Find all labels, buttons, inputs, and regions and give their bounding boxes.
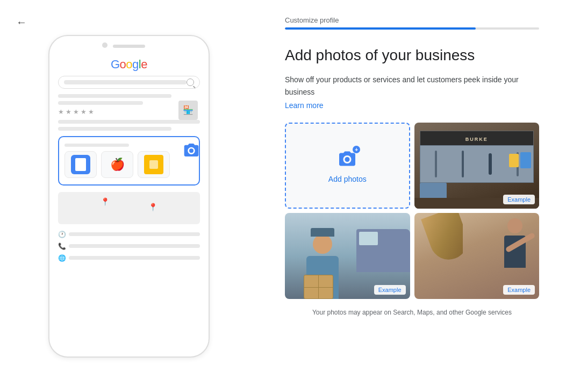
svg-point-2	[345, 157, 350, 162]
phone-card: 🍎	[58, 136, 200, 186]
phone-card-line	[65, 144, 129, 147]
right-panel: Customize profile Add photos of your bus…	[258, 0, 566, 392]
person-hat	[311, 228, 334, 237]
svg-rect-1	[149, 160, 158, 169]
phone-content-line-3	[58, 120, 200, 124]
phone-map: 📍 📍	[58, 192, 200, 224]
add-photos-box[interactable]: + Add photos	[285, 123, 410, 209]
star-5: ★	[88, 108, 94, 116]
phone-search-icon	[187, 79, 194, 86]
phone-icon-box-2: 🍎	[101, 151, 133, 178]
person-head	[313, 234, 332, 254]
van-window	[359, 232, 378, 245]
phone-icon: 📞	[58, 243, 66, 250]
add-photos-label: Add photos	[328, 175, 367, 183]
hairdresser-head	[507, 218, 522, 233]
progress-section: Customize profile	[285, 16, 539, 30]
phone-bottom-lines: 🕐 📞 🌐	[58, 231, 200, 262]
phone-info-line-2	[69, 244, 200, 248]
blue-item	[520, 152, 531, 168]
person-body	[306, 256, 339, 299]
phone-content-line-2	[58, 101, 143, 105]
burke-sign: BURKE	[420, 131, 534, 146]
phone-info-row-1: 🕐	[58, 231, 200, 238]
star-1: ★	[58, 108, 64, 116]
phone-camera-dot	[102, 42, 108, 48]
hair-example-badge: Example	[503, 285, 535, 295]
hair-strand	[421, 213, 463, 265]
star-4: ★	[81, 108, 87, 116]
phone-mockup: Google ★ ★ ★ ★ ★ 🏪	[48, 35, 210, 358]
yellow-item	[509, 154, 519, 167]
progress-bar-fill	[285, 27, 476, 30]
phone-card-icons: 🍎	[65, 151, 194, 178]
phone-store-icon: 🏪	[178, 101, 198, 120]
footer-note: Your photos may appear on Search, Maps, …	[285, 308, 539, 318]
phone-info-row-3: 🌐	[58, 254, 200, 262]
delivery-example-badge: Example	[374, 285, 406, 295]
burke-example-badge: Example	[503, 195, 535, 204]
phone-map-pin-2: 📍	[148, 203, 157, 211]
progress-bar-container	[285, 27, 539, 30]
tool-2	[462, 151, 464, 177]
progress-label: Customize profile	[285, 16, 539, 24]
phone-speaker	[113, 45, 145, 48]
phone-card-camera-icon	[183, 141, 195, 153]
google-logo: Google	[58, 58, 200, 72]
add-photos-camera-icon: +	[336, 148, 358, 169]
doc-icon	[71, 155, 90, 174]
back-button[interactable]: ←	[16, 16, 27, 28]
photo-grid: + Add photos BURKE	[285, 123, 539, 299]
hair-flow	[420, 213, 463, 267]
globe-icon: 🌐	[58, 254, 66, 262]
delivery-van	[356, 229, 410, 272]
phone-map-pin-1: 📍	[101, 197, 110, 206]
phone-info-line-1	[69, 232, 200, 236]
star-2: ★	[66, 108, 71, 116]
burke-sign-text: BURKE	[465, 137, 488, 142]
learn-more-link[interactable]: Learn more	[285, 101, 539, 110]
burke-photo: BURKE Example	[414, 123, 540, 209]
delivery-photo: Example	[285, 213, 410, 299]
phone-info-line-3	[69, 256, 200, 260]
star-3: ★	[73, 108, 79, 116]
phone-icon-box-3	[138, 151, 170, 178]
phone-search-bar	[58, 76, 200, 89]
page-title: Add photos of your business	[285, 46, 539, 65]
box-line-v	[318, 275, 319, 298]
camera-plus-badge: +	[353, 146, 360, 153]
svg-point-0	[189, 148, 194, 153]
phone-content-line-4	[58, 127, 171, 131]
hair-photo: Example	[414, 213, 540, 299]
phone-icon-box-1	[65, 151, 97, 178]
phone-info-row-2: 📞	[58, 243, 200, 250]
phone-content-line-1	[58, 94, 171, 98]
tool-3	[489, 153, 492, 175]
description-text: Show off your products or services and l…	[285, 74, 539, 98]
clock-icon: 🕐	[58, 231, 66, 238]
package-box	[304, 275, 333, 299]
food-icon: 🍎	[108, 155, 127, 174]
phone-search-input	[64, 80, 187, 84]
left-panel: ← Google ★ ★ ★ ★ ★ 🏪	[0, 0, 258, 392]
description-highlight: let customers peek inside your business	[285, 75, 519, 96]
yellow-icon	[144, 155, 163, 174]
tool-1	[435, 151, 437, 177]
delivery-person	[306, 234, 339, 299]
